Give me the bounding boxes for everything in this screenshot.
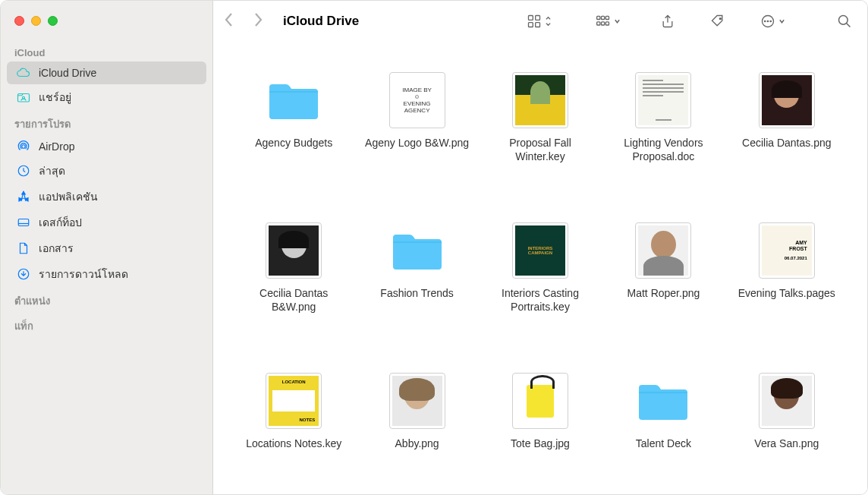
- file-item[interactable]: Proposal Fall Winter.key: [483, 72, 598, 192]
- file-item[interactable]: IMAGE BY☺EVENING AGENCYAgeny Logo B&W.pn…: [359, 72, 474, 192]
- sidebar-section-header: iCloud: [1, 41, 212, 61]
- file-item[interactable]: Fashion Trends: [359, 222, 474, 342]
- file-item[interactable]: Agency Budgets: [236, 72, 351, 192]
- file-thumbnail: LOCATIONNOTES: [266, 373, 322, 429]
- sidebar-item-shared-folder[interactable]: แชร์อยู่: [7, 84, 206, 110]
- folder-icon: [266, 72, 322, 128]
- file-item[interactable]: INTERIORSCAMPAIGNInteriors Casting Portr…: [483, 222, 598, 342]
- traffic-lights: [1, 13, 212, 41]
- svg-point-18: [765, 20, 766, 21]
- more-button[interactable]: [756, 11, 790, 32]
- toolbar: iCloud Drive: [213, 1, 867, 42]
- sidebar-item-label: AirDrop: [39, 140, 74, 153]
- file-label: Vera San.png: [754, 437, 819, 450]
- sidebar-section-header: รายการโปรด: [1, 110, 212, 135]
- file-item[interactable]: AMYFROST06.07.2021Evening Talks.pages: [729, 222, 844, 342]
- airdrop-icon: [16, 140, 31, 153]
- sidebar-item-label: เดสก์ท็อป: [39, 214, 82, 231]
- file-thumbnail: IMAGE BY☺EVENING AGENCY: [389, 72, 445, 128]
- file-thumbnail: INTERIORSCAMPAIGN: [512, 222, 568, 279]
- file-item[interactable]: Abby.png: [359, 373, 474, 479]
- sidebar-item-label: แชร์อยู่: [39, 89, 71, 106]
- file-thumbnail: [266, 222, 322, 279]
- sidebar-item-label: รายการดาวน์โหลด: [39, 266, 128, 282]
- file-label: Talent Deck: [636, 437, 691, 450]
- svg-rect-14: [602, 22, 605, 25]
- view-icons-button[interactable]: [522, 11, 556, 32]
- file-label: Lighting Vendors Proposal.doc: [606, 136, 720, 163]
- sidebar-item-label: แอปพลิเคชัน: [39, 188, 98, 205]
- file-label: Fashion Trends: [380, 286, 454, 300]
- svg-rect-8: [529, 23, 533, 27]
- file-item[interactable]: Lighting Vendors Proposal.doc: [605, 72, 721, 192]
- file-label: Evening Talks.pages: [738, 286, 835, 300]
- finder-window: iCloudiCloud Driveแชร์อยู่รายการโปรดAirD…: [0, 0, 868, 495]
- file-thumbnail: [759, 373, 815, 429]
- sidebar-section-header: ตำแหน่ง: [1, 287, 212, 312]
- sidebar-item-cloud[interactable]: iCloud Drive: [7, 61, 206, 84]
- file-item[interactable]: Matt Roper.png: [605, 222, 721, 342]
- file-item[interactable]: Tote Bag.jpg: [483, 373, 598, 479]
- file-label: Ageny Logo B&W.png: [365, 136, 469, 150]
- minimize-button[interactable]: [31, 16, 41, 26]
- file-label: Matt Roper.png: [627, 286, 700, 300]
- svg-rect-6: [529, 16, 533, 20]
- cloud-icon: [16, 66, 31, 80]
- file-thumbnail: [389, 373, 445, 429]
- file-label: Tote Bag.jpg: [511, 437, 570, 450]
- fullscreen-button[interactable]: [48, 16, 58, 26]
- file-thumbnail: [759, 72, 815, 128]
- file-label: Abby.png: [395, 437, 439, 450]
- file-item[interactable]: Vera San.png: [729, 373, 844, 479]
- page-title: iCloud Drive: [283, 14, 359, 29]
- file-label: Locations Notes.key: [246, 437, 341, 450]
- sidebar-item-label: iCloud Drive: [39, 67, 96, 79]
- sidebar-item-airdrop[interactable]: AirDrop: [7, 135, 206, 158]
- file-thumbnail: [635, 72, 691, 128]
- folder-icon: [635, 373, 691, 429]
- svg-rect-4: [18, 219, 29, 226]
- svg-rect-15: [605, 22, 609, 25]
- sidebar-item-document[interactable]: เอกสาร: [7, 235, 206, 261]
- desktop-icon: [16, 216, 31, 229]
- sidebar-item-label: ล่าสุด: [39, 162, 65, 179]
- sidebar-item-apps[interactable]: แอปพลิเคชัน: [7, 184, 206, 210]
- file-item[interactable]: Cecilia Dantas.png: [729, 72, 844, 192]
- svg-rect-7: [536, 16, 540, 20]
- file-grid: Agency BudgetsIMAGE BY☺EVENING AGENCYAge…: [213, 42, 867, 494]
- share-button[interactable]: [656, 11, 680, 32]
- sidebar-item-label: เอกสาร: [39, 240, 74, 257]
- sidebar-item-download[interactable]: รายการดาวน์โหลด: [7, 261, 206, 287]
- file-thumbnail: [512, 72, 568, 128]
- search-button[interactable]: [832, 11, 857, 32]
- sidebar-section-header: แท็ก: [1, 312, 212, 337]
- file-thumbnail: AMYFROST06.07.2021: [759, 222, 815, 279]
- sidebar-item-desktop[interactable]: เดสก์ท็อป: [7, 210, 206, 235]
- svg-rect-12: [605, 16, 609, 19]
- close-button[interactable]: [14, 16, 24, 26]
- file-label: Cecilia Dantas B&W.png: [237, 286, 351, 314]
- forward-button[interactable]: [253, 12, 263, 30]
- file-item[interactable]: Cecilia Dantas B&W.png: [236, 222, 351, 342]
- file-label: Cecilia Dantas.png: [742, 136, 832, 150]
- folder-icon: [389, 222, 445, 279]
- sidebar: iCloudiCloud Driveแชร์อยู่รายการโปรดAirD…: [1, 1, 213, 494]
- tags-button[interactable]: [706, 11, 730, 32]
- svg-point-19: [767, 20, 768, 21]
- svg-rect-9: [536, 23, 540, 27]
- file-label: Proposal Fall Winter.key: [483, 136, 597, 163]
- svg-rect-13: [597, 22, 600, 25]
- file-item[interactable]: LOCATIONNOTESLocations Notes.key: [236, 373, 351, 479]
- back-button[interactable]: [224, 12, 234, 30]
- shared-folder-icon: [16, 90, 31, 104]
- svg-point-16: [719, 18, 721, 20]
- svg-point-2: [22, 145, 26, 149]
- svg-rect-0: [18, 94, 30, 102]
- document-icon: [16, 241, 31, 255]
- file-thumbnail: [512, 373, 568, 429]
- group-button[interactable]: [591, 11, 625, 32]
- sidebar-item-clock[interactable]: ล่าสุด: [7, 158, 206, 184]
- svg-rect-10: [597, 16, 600, 19]
- file-label: Interiors Casting Portraits.key: [483, 286, 597, 314]
- file-item[interactable]: Talent Deck: [605, 373, 721, 479]
